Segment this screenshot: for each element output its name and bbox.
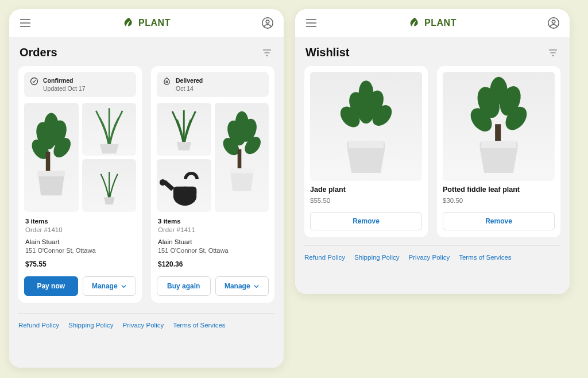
footer-link-terms[interactable]: Terms of Services	[459, 254, 511, 261]
order-total: $120.36	[158, 260, 268, 268]
brand-name: PLANT	[424, 18, 457, 28]
order-id: Order #1411	[158, 226, 268, 233]
order-info: 3 items Order #1410 Alain Stuart 151 O'C…	[24, 218, 136, 268]
svg-point-20	[552, 20, 555, 24]
user-button[interactable]	[546, 15, 562, 31]
user-button[interactable]	[260, 15, 276, 31]
page-title: Orders	[20, 46, 57, 59]
order-actions: Buy again Manage	[157, 276, 269, 296]
brand-logo: PLANT	[122, 17, 171, 29]
filter-button[interactable]	[547, 47, 559, 59]
footer-link-shipping[interactable]: Shipping Policy	[68, 322, 114, 329]
user-circle-icon	[261, 17, 274, 29]
page-head: Orders	[18, 46, 274, 66]
svg-point-5	[44, 113, 59, 137]
wishlist-card: Potted fiddle leaf plant $30.50 Remove	[437, 66, 560, 237]
wishlist-image[interactable]	[443, 72, 555, 181]
svg-point-9	[166, 81, 168, 83]
filter-icon	[262, 49, 272, 57]
app-header: PLANT	[295, 9, 570, 37]
wishlist-grid: Jade plant $55.50 Remove	[304, 66, 560, 237]
page-title: Wishlist	[305, 46, 350, 59]
svg-rect-15	[237, 149, 241, 170]
status-delivered-icon	[163, 77, 171, 86]
product-thumb[interactable]	[82, 159, 137, 212]
svg-point-18	[160, 179, 166, 186]
plant-image-icon	[82, 159, 137, 212]
product-thumb[interactable]	[215, 103, 269, 212]
status-label: Confirmed	[43, 76, 86, 84]
order-card: Confirmed Updated Oct 17	[18, 66, 142, 303]
user-circle-icon	[547, 17, 560, 29]
svg-point-2	[31, 78, 38, 85]
brand-name: PLANT	[138, 18, 171, 28]
footer-link-refund[interactable]: Refund Policy	[18, 322, 59, 329]
svg-rect-8	[46, 152, 51, 174]
buy-again-button[interactable]: Buy again	[157, 276, 211, 296]
remove-button[interactable]: Remove	[310, 212, 422, 230]
order-images	[157, 103, 269, 212]
chevron-down-icon	[121, 283, 127, 290]
status-sub: Updated Oct 17	[43, 84, 86, 92]
wishlist-item-name: Potted fiddle leaf plant	[443, 186, 555, 194]
wishlist-image[interactable]	[310, 72, 422, 181]
product-thumb[interactable]	[82, 103, 137, 156]
footer-link-terms[interactable]: Terms of Services	[173, 322, 225, 329]
order-id: Order #1410	[25, 226, 135, 233]
orders-page: Orders Confirmed Updated Oct 17	[9, 37, 284, 368]
status-sub: Oct 14	[176, 84, 203, 92]
svg-rect-17	[173, 187, 196, 197]
wishlist-item-name: Jade plant	[310, 186, 422, 194]
menu-button[interactable]	[17, 15, 33, 31]
footer-link-privacy[interactable]: Privacy Policy	[123, 322, 164, 329]
product-thumb[interactable]	[157, 103, 211, 156]
leaf-icon	[408, 17, 421, 29]
plant-image-icon	[443, 72, 555, 181]
manage-button[interactable]: Manage	[215, 276, 269, 296]
order-item-count: 3 items	[25, 218, 135, 225]
plant-image-icon	[24, 103, 79, 212]
order-actions: Pay now Manage	[24, 276, 136, 296]
page-head: Wishlist	[304, 46, 560, 66]
wishlist-item-price: $30.50	[443, 197, 555, 204]
watering-can-icon	[157, 159, 211, 212]
filter-button[interactable]	[261, 47, 273, 59]
footer-link-shipping[interactable]: Shipping Policy	[354, 254, 400, 261]
order-item-count: 3 items	[158, 218, 268, 225]
filter-icon	[548, 49, 558, 57]
order-customer: Alain Stuart	[25, 238, 135, 245]
order-status: Delivered Oct 14	[157, 72, 269, 97]
footer-link-privacy[interactable]: Privacy Policy	[409, 254, 450, 261]
wishlist-page: Wishlist	[295, 37, 570, 294]
leaf-icon	[122, 17, 135, 29]
svg-rect-32	[495, 124, 501, 141]
plant-image-icon	[310, 72, 422, 181]
status-label: Delivered	[176, 76, 203, 84]
order-card: Delivered Oct 14	[151, 66, 274, 303]
wishlist-card: Jade plant $55.50 Remove	[304, 66, 428, 237]
manage-button[interactable]: Manage	[83, 276, 137, 296]
wishlist-device: PLANT Wishlist	[295, 9, 570, 294]
remove-button[interactable]: Remove	[443, 212, 555, 230]
svg-point-29	[490, 77, 507, 105]
footer-links: Refund Policy Shipping Policy Privacy Po…	[304, 245, 560, 261]
brand-logo: PLANT	[408, 17, 457, 29]
order-customer: Alain Stuart	[158, 238, 268, 245]
product-thumb[interactable]	[24, 103, 79, 212]
orders-list: Confirmed Updated Oct 17	[18, 66, 274, 303]
orders-device: PLANT Orders	[9, 9, 284, 368]
order-address: 151 O'Connor St, Ottawa	[25, 247, 135, 254]
product-thumb[interactable]	[157, 159, 211, 212]
app-header: PLANT	[9, 9, 284, 37]
order-images	[24, 103, 136, 212]
menu-button[interactable]	[303, 15, 319, 31]
footer-link-refund[interactable]: Refund Policy	[304, 254, 345, 261]
hamburger-icon	[20, 19, 30, 27]
status-confirmed-icon	[30, 77, 38, 86]
chevron-down-icon	[253, 283, 260, 290]
pay-now-button[interactable]: Pay now	[24, 276, 78, 296]
plant-image-icon	[215, 103, 269, 212]
order-address: 151 O'Connor St, Ottawa	[158, 247, 268, 254]
plant-image-icon	[82, 103, 137, 156]
footer-links: Refund Policy Shipping Policy Privacy Po…	[18, 313, 274, 329]
